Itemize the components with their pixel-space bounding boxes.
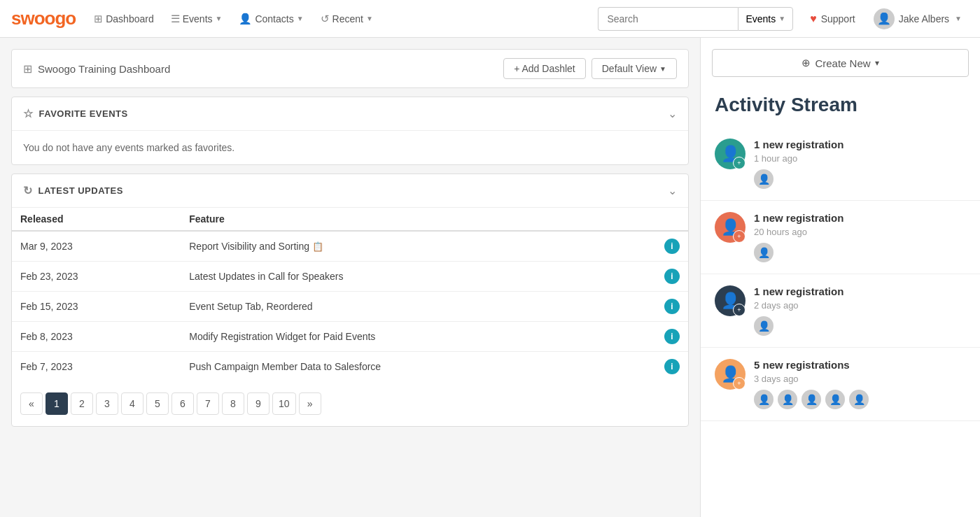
activity-avatar: 👤+ bbox=[715, 139, 746, 169]
user-menu-button[interactable]: 👤 Jake Albers ▼ bbox=[867, 4, 969, 34]
activity-users: 👤 bbox=[754, 316, 966, 336]
activity-user-avatar: 👤 bbox=[754, 243, 774, 262]
support-button[interactable]: ♥ Support bbox=[802, 8, 864, 29]
pagination-page-9[interactable]: 9 bbox=[247, 392, 270, 415]
activity-user-avatar: 👤 bbox=[825, 390, 845, 409]
col-released: Released bbox=[12, 208, 181, 231]
events-dropdown-arrow: ▼ bbox=[216, 15, 223, 22]
dashboard-title: ⊞ Swoogo Training Dashboard bbox=[23, 62, 503, 76]
info-cell: i bbox=[653, 292, 688, 322]
activity-avatar: 👤+ bbox=[715, 285, 746, 316]
latest-updates-section: ↻ LATEST UPDATES ⌄ Released Feature bbox=[11, 173, 689, 427]
dashboard-header: ⊞ Swoogo Training Dashboard + Add Dashle… bbox=[11, 49, 689, 88]
nav-dashboard[interactable]: ⊞ Dashboard bbox=[87, 8, 161, 29]
avatar: 👤 bbox=[874, 8, 895, 29]
activity-users: 👤 bbox=[754, 169, 966, 189]
dashboard-icon: ⊞ bbox=[94, 13, 103, 25]
favorite-events-body: You do not have any events marked as fav… bbox=[12, 131, 688, 164]
activity-time: 20 hours ago bbox=[754, 227, 966, 237]
clip-icon: 📋 bbox=[312, 241, 323, 252]
info-icon[interactable]: i bbox=[664, 239, 680, 254]
user-dropdown-arrow: ▼ bbox=[955, 15, 962, 22]
info-icon[interactable]: i bbox=[664, 329, 680, 344]
pagination-page-10[interactable]: 10 bbox=[272, 392, 296, 415]
create-new-button[interactable]: ⊕ ⊕ Create New ▾ Create New ▾ bbox=[712, 49, 969, 77]
pagination-page-6[interactable]: 6 bbox=[172, 392, 194, 415]
activity-item: 👤+5 new registrations3 days ago👤👤👤👤👤 bbox=[701, 348, 980, 421]
updates-table-head: Released Feature bbox=[12, 208, 688, 231]
favorite-events-header[interactable]: ☆ FAVORITE EVENTS ⌄ bbox=[12, 97, 688, 131]
nav-contacts[interactable]: 👤 Contacts ▼ bbox=[232, 8, 310, 29]
activity-content: 5 new registrations3 days ago👤👤👤👤👤 bbox=[754, 359, 966, 409]
add-dashlet-button[interactable]: + Add Dashlet bbox=[503, 58, 586, 79]
activity-title: 1 new registration bbox=[754, 285, 966, 297]
latest-updates-title: ↻ LATEST UPDATES bbox=[23, 184, 123, 197]
activity-title: 1 new registration bbox=[754, 139, 966, 150]
latest-updates-header[interactable]: ↻ LATEST UPDATES ⌄ bbox=[12, 174, 688, 208]
table-row: Feb 7, 2023 Push Campaign Member Data to… bbox=[12, 352, 688, 382]
pagination-page-5[interactable]: 5 bbox=[146, 392, 169, 415]
pagination-page-3[interactable]: 3 bbox=[96, 392, 118, 415]
table-row: Feb 23, 2023 Latest Updates in Call for … bbox=[12, 262, 688, 292]
pagination-page-2[interactable]: 2 bbox=[71, 392, 93, 415]
contacts-dropdown-arrow: ▼ bbox=[297, 15, 304, 22]
col-info bbox=[653, 208, 688, 231]
favorite-events-chevron: ⌄ bbox=[668, 107, 677, 120]
col-feature: Feature bbox=[181, 208, 653, 231]
favorite-events-section: ☆ FAVORITE EVENTS ⌄ You do not have any … bbox=[11, 97, 689, 165]
feature-cell: Report Visibility and Sorting 📋 bbox=[181, 231, 653, 262]
pagination-page-4[interactable]: 4 bbox=[121, 392, 144, 415]
date-cell: Feb 7, 2023 bbox=[12, 352, 181, 382]
pagination-page-8[interactable]: 8 bbox=[222, 392, 244, 415]
updates-table-body: Mar 9, 2023 Report Visibility and Sortin… bbox=[12, 231, 688, 381]
date-cell: Mar 9, 2023 bbox=[12, 231, 181, 262]
activity-time: 1 hour ago bbox=[754, 153, 966, 164]
dashboard-title-icon: ⊞ bbox=[23, 62, 32, 76]
pagination-page-7[interactable]: 7 bbox=[197, 392, 219, 415]
activity-item: 👤+1 new registration2 days ago👤 bbox=[701, 274, 980, 348]
recent-icon: ↺ bbox=[321, 13, 330, 25]
pagination: «12345678910» bbox=[12, 381, 688, 426]
info-icon[interactable]: i bbox=[664, 299, 680, 314]
activity-title: 5 new registrations bbox=[754, 359, 966, 371]
search-input[interactable] bbox=[598, 7, 738, 31]
date-cell: Feb 15, 2023 bbox=[12, 292, 181, 322]
heart-icon: ♥ bbox=[810, 13, 817, 25]
table-row: Feb 8, 2023 Modify Registration Widget f… bbox=[12, 322, 688, 352]
search-area: Events ▼ bbox=[598, 7, 793, 31]
activity-content: 1 new registration20 hours ago👤 bbox=[754, 212, 966, 262]
activity-user-avatar: 👤 bbox=[778, 390, 797, 409]
pagination-prev[interactable]: « bbox=[20, 392, 43, 415]
create-new-arrow: ▾ bbox=[875, 58, 879, 68]
nav-recent[interactable]: ↺ Recent ▼ bbox=[314, 8, 380, 29]
table-row: Feb 15, 2023 Event Setup Tab, Reordered … bbox=[12, 292, 688, 322]
info-cell: i bbox=[653, 352, 688, 382]
activity-list: 👤+1 new registration1 hour ago👤👤+1 new r… bbox=[701, 127, 980, 421]
left-panel: ⊞ Swoogo Training Dashboard + Add Dashle… bbox=[0, 38, 700, 517]
date-cell: Feb 23, 2023 bbox=[12, 262, 181, 292]
activity-avatar: 👤+ bbox=[715, 359, 746, 390]
activity-avatar: 👤+ bbox=[715, 212, 746, 243]
search-dropdown-arrow: ▼ bbox=[778, 15, 785, 22]
nav-events[interactable]: ☰ Events ▼ bbox=[164, 8, 230, 29]
activity-content: 1 new registration1 hour ago👤 bbox=[754, 139, 966, 189]
default-view-arrow: ▼ bbox=[659, 65, 666, 73]
pagination-next[interactable]: » bbox=[299, 392, 321, 415]
favorite-events-title: ☆ FAVORITE EVENTS bbox=[23, 107, 128, 120]
activity-user-avatar: 👤 bbox=[849, 390, 869, 409]
latest-updates-body: Released Feature Mar 9, 2023 Report Visi… bbox=[12, 208, 688, 426]
activity-time: 3 days ago bbox=[754, 374, 966, 384]
favorite-events-empty: You do not have any events marked as fav… bbox=[23, 142, 677, 153]
default-view-button[interactable]: Default View ▼ bbox=[592, 58, 677, 79]
brand-logo[interactable]: swoogo bbox=[11, 8, 76, 29]
info-icon[interactable]: i bbox=[664, 269, 680, 284]
table-row: Mar 9, 2023 Report Visibility and Sortin… bbox=[12, 231, 688, 262]
info-icon[interactable]: i bbox=[664, 359, 680, 374]
feature-cell: Modify Registration Widget for Paid Even… bbox=[181, 322, 653, 352]
right-panel: ⊕ ⊕ Create New ▾ Create New ▾ Activity S… bbox=[700, 38, 980, 517]
updates-table: Released Feature Mar 9, 2023 Report Visi… bbox=[12, 208, 688, 381]
pagination-page-1[interactable]: 1 bbox=[46, 392, 68, 415]
activity-users: 👤👤👤👤👤 bbox=[754, 390, 966, 409]
activity-title: 1 new registration bbox=[754, 212, 966, 224]
search-type-dropdown[interactable]: Events ▼ bbox=[738, 7, 793, 31]
